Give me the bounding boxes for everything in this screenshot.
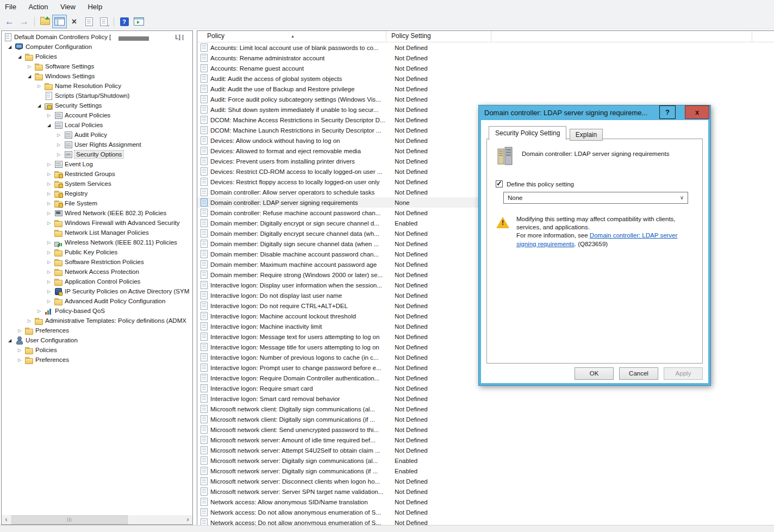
collapsed-arrow-icon[interactable]: ▷ [47, 270, 54, 274]
help-button[interactable]: ? [117, 15, 131, 28]
tab-security-policy-setting[interactable]: Security Policy Setting [489, 126, 566, 140]
tree-item[interactable]: ▷Preferences [2, 326, 192, 335]
policy-row[interactable]: Interactive logon: Message text for user… [197, 331, 494, 342]
expanded-arrow-icon[interactable]: ◢ [8, 338, 15, 343]
tree-item[interactable]: ▷File System [2, 198, 192, 208]
policy-row[interactable]: Network access: Do not allow anonymous e… [197, 507, 494, 517]
policy-row[interactable]: Domain member: Maximum machine account p… [197, 259, 494, 270]
export-list-button[interactable] [97, 15, 110, 28]
policy-row[interactable]: Audit: Shut down system immediately if u… [197, 104, 494, 115]
tree-item[interactable]: ▷Advanced Audit Policy Configuration [2, 296, 192, 306]
policy-row[interactable]: Accounts: Limit local account use of bla… [197, 42, 494, 53]
policy-row[interactable]: Microsoft network client: Digitally sign… [197, 414, 494, 424]
collapsed-arrow-icon[interactable]: ▷ [47, 299, 54, 304]
collapsed-arrow-icon[interactable]: ▷ [18, 358, 25, 362]
collapsed-arrow-icon[interactable]: ▷ [57, 133, 64, 137]
tree-item[interactable]: ▷Security Options [2, 149, 192, 159]
policy-row[interactable]: Interactive logon: Require smart cardNot… [197, 383, 494, 393]
policy-row[interactable]: Interactive logon: Do not require CTRL+A… [197, 301, 494, 311]
policy-row[interactable]: Audit: Audit the use of Backup and Resto… [197, 84, 494, 94]
collapsed-arrow-icon[interactable]: ▷ [18, 348, 25, 353]
new-window-button[interactable] [132, 15, 146, 28]
policy-row[interactable]: Domain member: Digitally encrypt secure … [197, 228, 494, 239]
tree-item[interactable]: ▷Name Resolution Policy [2, 81, 192, 91]
policy-row[interactable]: Devices: Allowed to format and eject rem… [197, 146, 494, 156]
expanded-arrow-icon[interactable]: ◢ [8, 45, 15, 49]
policy-row[interactable]: Microsoft network client: Send unencrypt… [197, 424, 494, 435]
policy-row[interactable]: Devices: Allow undock without having to … [197, 135, 494, 146]
tab-explain[interactable]: Explain [570, 129, 603, 141]
collapsed-arrow-icon[interactable]: ▷ [47, 279, 54, 284]
tree-item[interactable]: ▷Wired Network (IEEE 802.3) Policies [2, 208, 192, 218]
policy-row[interactable]: Interactive logon: Message title for use… [197, 342, 494, 352]
policy-row[interactable]: Network access: Do not allow anonymous e… [197, 517, 494, 525]
menu-view[interactable]: View [55, 0, 80, 14]
policy-row[interactable]: Devices: Prevent users from installing p… [197, 156, 494, 166]
expanded-arrow-icon[interactable]: ◢ [47, 123, 54, 128]
policy-row[interactable]: DCOM: Machine Access Restrictions in Sec… [197, 115, 494, 125]
expanded-arrow-icon[interactable]: ◢ [38, 103, 45, 108]
tree-item[interactable]: ▷Preferences [2, 355, 192, 365]
cancel-button[interactable]: Cancel [619, 367, 658, 380]
policy-row[interactable]: Interactive logon: Prompt user to change… [197, 362, 494, 373]
tree-item[interactable]: ▷User Rights Assignment [2, 140, 192, 149]
collapsed-arrow-icon[interactable]: ▷ [47, 240, 54, 245]
tree-item[interactable]: ▷Restricted Groups [2, 169, 192, 179]
collapsed-arrow-icon[interactable]: ▷ [47, 181, 54, 186]
tree-item[interactable]: ◢Default Domain Controllers Policy [L] | [2, 32, 192, 42]
policy-row[interactable]: Microsoft network server: Server SPN tar… [197, 486, 494, 497]
policy-row[interactable]: Domain controller: LDAP server signing r… [197, 197, 494, 208]
policy-value-select[interactable]: None ∨ [503, 192, 688, 204]
policy-row[interactable]: Interactive logon: Smart card removal be… [197, 393, 494, 404]
policy-row[interactable]: Audit: Force audit policy subcategory se… [197, 94, 494, 104]
tree-item[interactable]: ▷IP Security Policies on Active Director… [2, 286, 192, 296]
policy-row[interactable]: Microsoft network client: Digitally sign… [197, 404, 494, 414]
dialog-close-button[interactable]: x [685, 105, 709, 119]
scroll-right-icon[interactable]: › [183, 516, 192, 524]
collapsed-arrow-icon[interactable]: ▷ [28, 64, 35, 69]
tree-item[interactable]: ▷Policies [2, 345, 192, 355]
menu-action[interactable]: Action [23, 0, 53, 14]
column-header-policy-setting[interactable]: Policy Setting [386, 31, 491, 41]
policy-row[interactable]: DCOM: Machine Launch Restrictions in Sec… [197, 125, 494, 135]
policy-row[interactable]: Devices: Restrict floppy access to local… [197, 177, 494, 187]
policy-row[interactable]: Microsoft network server: Digitally sign… [197, 455, 494, 466]
apply-button[interactable]: Apply [664, 367, 703, 380]
tree-item[interactable]: ▷Administrative Templates: Policy defini… [2, 316, 192, 326]
tree-item[interactable]: ◢Security Settings [2, 101, 192, 110]
tree-item[interactable]: ▷Event Log [2, 159, 192, 169]
expanded-arrow-icon[interactable]: ◢ [18, 54, 25, 59]
tree-item[interactable]: ◢Policies [2, 52, 192, 61]
policy-row[interactable]: Interactive logon: Require Domain Contro… [197, 373, 494, 383]
ok-button[interactable]: OK [575, 367, 614, 380]
show-console-tree-button[interactable] [53, 15, 66, 28]
collapsed-arrow-icon[interactable]: ▷ [47, 250, 54, 255]
expanded-arrow-icon[interactable]: ◢ [28, 74, 35, 79]
collapsed-arrow-icon[interactable]: ▷ [57, 142, 64, 147]
define-policy-checkbox[interactable] [496, 180, 503, 187]
tree-item[interactable]: ◢User Configuration [2, 335, 192, 345]
policy-row[interactable]: Domain member: Disable machine account p… [197, 249, 494, 259]
policy-row[interactable]: Microsoft network server: Disconnect cli… [197, 476, 494, 486]
tree-item[interactable]: ▷Network Access Protection [2, 267, 192, 277]
tree-item[interactable]: ▷System Services [2, 179, 192, 189]
tree-item[interactable]: ▷Audit Policy [2, 130, 192, 140]
collapsed-arrow-icon[interactable]: ▷ [47, 289, 54, 294]
policy-row[interactable]: Accounts: Rename administrator accountNo… [197, 53, 494, 63]
tree-item[interactable]: ▷Windows Firewall with Advanced Security [2, 218, 192, 228]
collapsed-arrow-icon[interactable]: ▷ [38, 84, 45, 89]
back-button[interactable]: ← [3, 15, 16, 28]
up-one-level-button[interactable] [38, 15, 52, 28]
policy-row[interactable]: Interactive logon: Machine account locko… [197, 311, 494, 321]
tree-item[interactable]: ▷Software Restriction Policies [2, 257, 192, 267]
collapsed-arrow-icon[interactable]: ▷ [47, 211, 54, 216]
forward-button[interactable]: → [17, 15, 31, 28]
column-header-policy[interactable]: Policy ▲ [197, 31, 386, 41]
tree-item[interactable]: ◢Windows Settings [2, 71, 192, 81]
tree-item[interactable]: ◢Local Policies [2, 120, 192, 130]
policy-row[interactable]: Microsoft network server: Amount of idle… [197, 435, 494, 445]
collapsed-arrow-icon[interactable]: ▷ [47, 221, 54, 226]
collapsed-arrow-icon[interactable]: ▷ [57, 152, 64, 157]
policy-row[interactable]: Domain member: Digitally sign secure cha… [197, 239, 494, 249]
collapsed-arrow-icon[interactable]: ▷ [47, 162, 54, 167]
